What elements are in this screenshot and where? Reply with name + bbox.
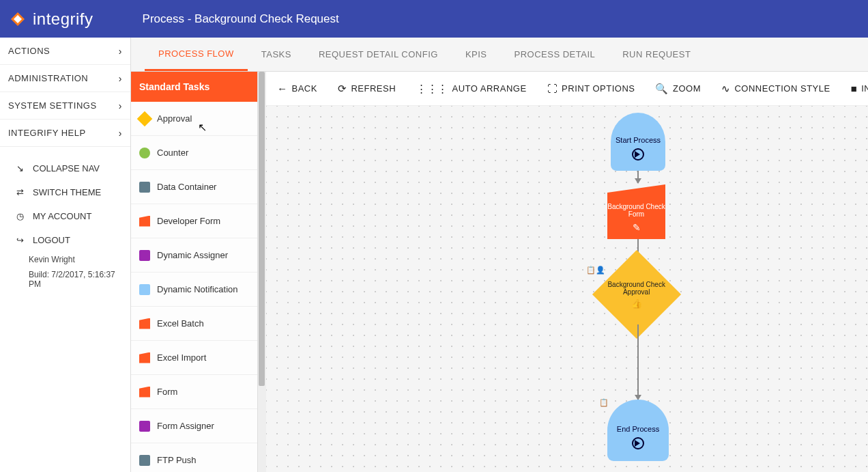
logout-button[interactable]: ↪LOGOUT: [0, 228, 130, 252]
print-options-button[interactable]: ⛶PRINT OPTIONS: [547, 83, 635, 94]
connector[interactable]: [637, 324, 639, 400]
node-end-process[interactable]: 📋 End Process: [607, 400, 669, 461]
tab-process-detail[interactable]: PROCESS DETAIL: [501, 38, 609, 71]
palette-developer-form[interactable]: Developer Form: [131, 204, 257, 238]
node-badges: 📋👤: [586, 266, 605, 275]
brand-text: integrify: [33, 10, 93, 29]
sub-label: SWITCH THEME: [33, 187, 101, 197]
chevron-right-icon: ›: [119, 46, 122, 57]
chevron-right-icon: ›: [119, 73, 122, 84]
task-palette: Standard Tasks Approval Counter Data Con…: [131, 72, 258, 472]
tab-process-flow[interactable]: PROCESS FLOW: [145, 38, 248, 71]
scroll-thumb[interactable]: [259, 72, 265, 386]
tab-tasks[interactable]: TASKS: [248, 38, 305, 71]
palette-label: Developer Form: [157, 216, 220, 226]
node-background-check-approval[interactable]: 📋👤 Background Check Approval 👍: [592, 250, 681, 339]
auto-arrange-button[interactable]: ⋮⋮⋮AUTO ARRANGE: [416, 83, 527, 95]
build-info: Build: 7/2/2017, 5:16:37 PM: [0, 267, 130, 292]
palette-scrollbar[interactable]: [258, 72, 266, 472]
palette-label: Approval: [157, 113, 192, 124]
tab-kpis[interactable]: KPIS: [452, 38, 501, 71]
excel-batch-icon: [139, 318, 150, 329]
node-badges: 📋👤: [597, 173, 616, 182]
zoom-button[interactable]: 🔍ZOOM: [655, 83, 701, 95]
palette-form-assigner[interactable]: Form Assigner: [131, 409, 257, 443]
back-button[interactable]: ←BACK: [277, 83, 317, 94]
palette-label: Data Container: [157, 182, 216, 192]
palette-approval[interactable]: Approval: [131, 102, 257, 136]
nav-actions[interactable]: ACTIONS›: [0, 38, 130, 65]
chevron-right-icon: ›: [119, 128, 122, 139]
tab-request-detail-config[interactable]: REQUEST DETAIL CONFIG: [305, 38, 452, 71]
account-icon: ◷: [14, 211, 26, 221]
node-background-check-form[interactable]: 📋👤 Background Check Form ✎: [607, 184, 665, 239]
assigner-icon: [139, 250, 150, 261]
palette-heading: Standard Tasks: [131, 72, 257, 102]
notification-icon: [139, 284, 150, 295]
page-title: Process - Background Check Request: [143, 12, 339, 26]
logo-icon: [8, 10, 27, 29]
refresh-button[interactable]: ⟳REFRESH: [338, 83, 396, 95]
app-header: integrify Process - Background Check Req…: [0, 0, 868, 38]
palette-form[interactable]: Form: [131, 375, 257, 409]
palette-label: Excel Import: [157, 352, 206, 363]
form-assigner-icon: [139, 421, 150, 432]
node-start-process[interactable]: Start Process: [611, 113, 665, 171]
palette-label: Form Assigner: [157, 421, 214, 431]
connection-style-button[interactable]: ∿CONNECTION STYLE: [721, 83, 830, 95]
print-icon: ⛶: [547, 83, 558, 94]
collapse-icon: ↘: [14, 163, 26, 173]
nav-administration[interactable]: ADMINISTRATION›: [0, 65, 130, 92]
palette-label: Dynamic Assigner: [157, 250, 228, 260]
container-icon: [139, 182, 150, 193]
grid-icon: ⋮⋮⋮: [416, 83, 448, 95]
play-icon: [632, 148, 644, 161]
palette-counter[interactable]: Counter: [131, 136, 257, 170]
nav-label: ADMINISTRATION: [8, 73, 88, 83]
tab-run-request[interactable]: RUN REQUEST: [609, 38, 704, 71]
palette-ftp-push[interactable]: FTP Push: [131, 443, 257, 472]
play-icon: [632, 437, 644, 449]
tbtn-label: IND: [861, 83, 868, 94]
nav-integrify-help[interactable]: INTEGRIFY HELP›: [0, 120, 130, 147]
current-user: Kevin Wright: [0, 252, 130, 267]
node-badges: 📋: [599, 398, 609, 407]
palette-label: Dynamic Notification: [157, 284, 238, 294]
nav-system-settings[interactable]: SYSTEM SETTINGS›: [0, 92, 130, 120]
logout-icon: ↪: [14, 235, 26, 245]
node-label: Background Check Approval: [608, 281, 666, 296]
palette-excel-batch[interactable]: Excel Batch: [131, 307, 257, 341]
node-label: End Process: [617, 425, 659, 433]
collapse-nav-button[interactable]: ↘COLLAPSE NAV: [0, 156, 130, 180]
palette-data-container[interactable]: Data Container: [131, 170, 257, 204]
my-account-button[interactable]: ◷MY ACCOUNT: [0, 204, 130, 228]
thumbs-up-icon: 👍: [605, 299, 668, 309]
sub-label: COLLAPSE NAV: [33, 163, 100, 173]
flow-canvas[interactable]: Start Process 📋👤 Background Check Form ✎: [266, 106, 868, 472]
brand-logo: integrify: [8, 10, 93, 29]
process-tabs: PROCESS FLOW TASKS REQUEST DETAIL CONFIG…: [131, 38, 868, 72]
node-label: Start Process: [616, 136, 661, 144]
connector[interactable]: [637, 171, 639, 183]
palette-excel-import[interactable]: Excel Import: [131, 341, 257, 375]
back-icon: ←: [277, 83, 288, 94]
palette-dynamic-assigner[interactable]: Dynamic Assigner: [131, 238, 257, 273]
theme-icon: ⇄: [14, 187, 26, 197]
tbtn-label: BACK: [292, 83, 317, 94]
node-label: Background Check Form: [607, 203, 665, 218]
switch-theme-button[interactable]: ⇄SWITCH THEME: [0, 180, 130, 204]
tbtn-label: ZOOM: [673, 83, 701, 94]
palette-dynamic-notification[interactable]: Dynamic Notification: [131, 273, 257, 307]
form2-icon: [139, 387, 150, 398]
chevron-right-icon: ›: [119, 100, 122, 111]
indicator-button[interactable]: ■IND: [851, 83, 868, 94]
palette-label: Counter: [157, 148, 188, 158]
sub-label: LOGOUT: [33, 235, 70, 245]
square-icon: ■: [851, 83, 858, 94]
tbtn-label: AUTO ARRANGE: [452, 83, 527, 94]
canvas-toolbar: ←BACK ⟳REFRESH ⋮⋮⋮AUTO ARRANGE ⛶PRINT OP…: [266, 72, 868, 106]
tbtn-label: CONNECTION STYLE: [734, 83, 830, 94]
nav-label: INTEGRIFY HELP: [8, 128, 86, 138]
left-nav: ACTIONS› ADMINISTRATION› SYSTEM SETTINGS…: [0, 38, 131, 472]
palette-label: Excel Batch: [157, 318, 204, 329]
